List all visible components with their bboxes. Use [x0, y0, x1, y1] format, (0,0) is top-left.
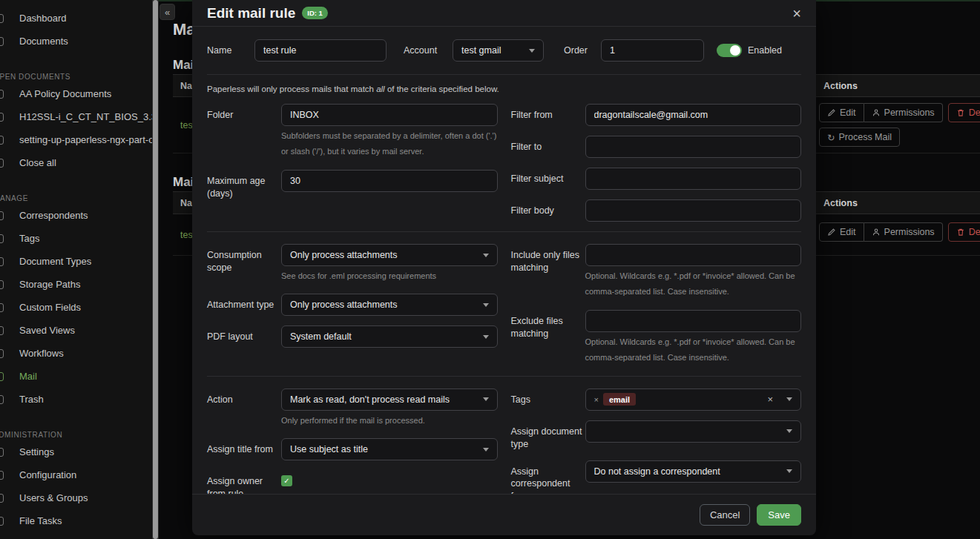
filter-to-input[interactable]: [585, 136, 802, 158]
dialog-body: Name Account test gmail Order Enabled Pa…: [192, 27, 816, 494]
process-mail-button[interactable]: ↻ Process Mail: [819, 128, 900, 147]
sidebar-item-open-doc-2[interactable]: H12SSL-i_C_CT_NT_BIOS_3.3_rele...: [0, 105, 152, 128]
remove-tag-icon[interactable]: ×: [594, 395, 599, 404]
folder-input[interactable]: [281, 104, 498, 126]
action-row: Action Mark as read, don't process read …: [207, 388, 498, 429]
scrollbar-thumb[interactable]: [153, 0, 158, 539]
id-badge: ID: 1: [302, 7, 328, 19]
rule-identity-row: Name Account test gmail Order Enabled: [207, 27, 801, 75]
account-label: Account: [404, 45, 453, 56]
sidebar-item-workflows[interactable]: Workflows: [0, 342, 152, 365]
assign-title-label: Assign title from: [207, 438, 281, 460]
sidebar-item-configuration[interactable]: Configuration: [0, 463, 152, 486]
sidebar-item-mail[interactable]: Mail: [0, 365, 152, 388]
filter-subject-input[interactable]: [585, 168, 802, 190]
sidebar-item-settings[interactable]: Settings: [0, 440, 152, 463]
folder-label: Folder: [207, 104, 281, 160]
attachment-type-label: Attachment type: [207, 294, 281, 316]
document-types-icon: [0, 257, 4, 266]
action-select[interactable]: Mark as read, don't process read mails: [281, 388, 498, 411]
assign-correspondent-label: Assign correspondent from: [511, 460, 585, 495]
sidebar-collapse-button[interactable]: «: [160, 4, 175, 20]
close-icon[interactable]: ×: [792, 6, 801, 21]
max-age-label: Maximum age (days): [207, 170, 281, 200]
sidebar-item-saved-views[interactable]: Saved Views: [0, 319, 152, 342]
assign-doc-type-select[interactable]: [585, 420, 802, 443]
permissions-button[interactable]: Permissions: [864, 103, 943, 122]
pdf-layout-row: PDF layout System default: [207, 325, 498, 348]
documents-icon: [0, 37, 4, 46]
person-icon: [872, 108, 881, 117]
name-input[interactable]: [254, 39, 387, 62]
sidebar-item-tags[interactable]: Tags: [0, 227, 152, 250]
pencil-icon: [827, 228, 836, 237]
edit-button[interactable]: Edit: [819, 103, 864, 122]
tags-select[interactable]: × email ×: [585, 388, 802, 411]
sidebar-item-storage-paths[interactable]: Storage Paths: [0, 273, 152, 296]
chevron-down-icon: [483, 254, 489, 257]
chevron-left-double-icon: «: [165, 7, 170, 18]
sidebar-scrollbar[interactable]: [152, 0, 159, 539]
assign-correspondent-select[interactable]: Do not assign a correspondent: [585, 460, 802, 483]
sidebar-item-document-types[interactable]: Document Types: [0, 250, 152, 273]
sidebar-item-documents[interactable]: Documents: [0, 30, 152, 53]
sidebar-item-open-doc-1[interactable]: AA Policy Documents: [0, 82, 152, 105]
chevron-down-icon: [786, 397, 792, 401]
filter-subject-label: Filter subject: [511, 168, 585, 190]
exclude-files-input[interactable]: [585, 310, 802, 332]
filter-from-row: Filter from: [511, 104, 802, 126]
tag-chip[interactable]: email: [603, 393, 636, 406]
settings-icon: [0, 448, 4, 457]
dashboard-icon: [0, 14, 4, 23]
dialog-header: Edit mail rule ID: 1 ×: [192, 0, 816, 27]
enabled-toggle[interactable]: [717, 44, 742, 57]
consumption-scope-select[interactable]: Only process attachments: [281, 244, 498, 266]
actions-column-header: Actions: [816, 198, 980, 208]
max-age-input[interactable]: [281, 170, 498, 192]
save-button[interactable]: Save: [757, 504, 801, 526]
assign-owner-checkbox[interactable]: ✓: [281, 475, 292, 486]
filter-body-input[interactable]: [585, 199, 802, 222]
cancel-button[interactable]: Cancel: [700, 504, 750, 526]
include-files-input[interactable]: [585, 244, 802, 266]
sidebar-section-open-documents: OPEN DOCUMENTS: [0, 70, 152, 82]
sidebar-item-open-doc-3[interactable]: setting-up-paperless-ngx-part-one: [0, 128, 152, 151]
mail-icon: [0, 372, 4, 381]
toggle-knob: [730, 45, 740, 56]
consumption-section: Consumption scope Only process attachmen…: [207, 231, 801, 376]
tags-icon: [0, 234, 4, 243]
exclude-files-hint: Optional. Wildcards e.g. *.pdf or *invoi…: [585, 334, 802, 366]
pdf-layout-select[interactable]: System default: [281, 325, 498, 348]
trash-icon: [956, 228, 965, 237]
filter-from-input[interactable]: [585, 104, 802, 126]
filter-from-label: Filter from: [511, 104, 585, 126]
permissions-button[interactable]: Permissions: [864, 222, 943, 242]
sidebar-item-users-groups[interactable]: Users & Groups: [0, 486, 152, 509]
attachment-type-select[interactable]: Only process attachments: [281, 294, 498, 316]
sidebar-item-file-tasks[interactable]: File Tasks: [0, 509, 152, 532]
include-files-row: Include only files matching Optional. Wi…: [511, 244, 802, 300]
pdf-layout-label: PDF layout: [207, 325, 281, 348]
sidebar-item-close-all[interactable]: Close all: [0, 151, 152, 174]
chevron-down-icon: [786, 429, 792, 433]
dialog-footer: Cancel Save: [192, 494, 816, 535]
assign-title-select[interactable]: Use subject as title: [281, 438, 498, 460]
clear-tags-icon[interactable]: ×: [767, 394, 773, 405]
delete-button[interactable]: Delete: [948, 222, 980, 242]
delete-button[interactable]: Delete: [948, 103, 980, 122]
exclude-files-row: Exclude files matching Optional. Wildcar…: [511, 310, 802, 366]
custom-fields-icon: [0, 303, 4, 312]
sidebar-item-dashboard[interactable]: Dashboard: [0, 7, 152, 30]
account-select[interactable]: test gmail: [453, 39, 544, 62]
sidebar-item-trash[interactable]: Trash: [0, 388, 152, 411]
sidebar-item-correspondents[interactable]: Correspondents: [0, 204, 152, 227]
action-label: Action: [207, 388, 281, 429]
order-input[interactable]: [601, 39, 704, 62]
enabled-label: Enabled: [748, 45, 782, 56]
sidebar: Dashboard Documents OPEN DOCUMENTS AA Po…: [0, 0, 152, 539]
sidebar-item-custom-fields[interactable]: Custom Fields: [0, 296, 152, 319]
order-label: Order: [564, 45, 601, 56]
filter-to-label: Filter to: [511, 136, 585, 158]
pencil-icon: [827, 108, 836, 117]
edit-button[interactable]: Edit: [819, 222, 864, 242]
